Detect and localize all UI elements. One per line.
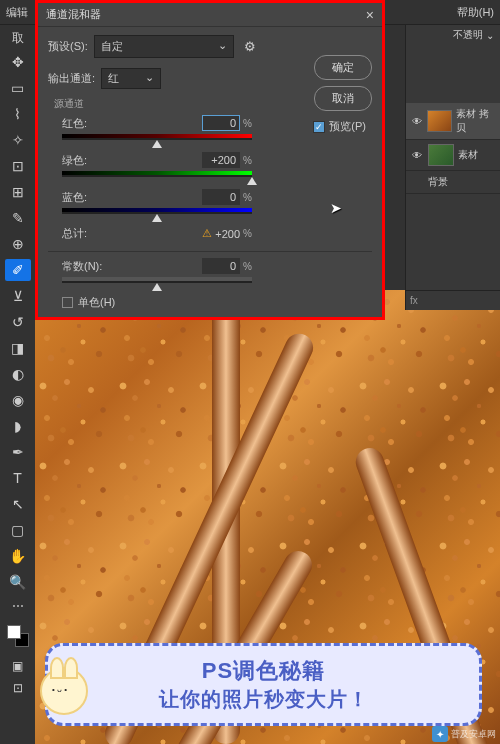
total-value: +200	[215, 228, 240, 240]
slider-thumb[interactable]	[152, 140, 162, 148]
gear-icon[interactable]: ⚙	[244, 39, 256, 54]
gradient-tool-icon[interactable]: ◐	[5, 363, 31, 385]
constant-input[interactable]	[202, 258, 240, 274]
blur-tool-icon[interactable]: ◉	[5, 389, 31, 411]
red-slider[interactable]	[62, 134, 252, 140]
output-channel-label: 输出通道:	[48, 71, 95, 86]
blue-label: 蓝色:	[62, 190, 87, 205]
preview-label: 预览(P)	[329, 119, 366, 134]
green-slider-group: 绿色: %	[62, 152, 252, 177]
layers-panel: 不透明 ⌄ 👁 素材 拷贝 👁 素材 背景 fx	[405, 25, 500, 310]
preset-value: 自定	[101, 40, 123, 52]
cursor-icon: ➤	[330, 200, 342, 216]
dialog-titlebar[interactable]: 通道混和器 ×	[38, 3, 382, 27]
red-label: 红色:	[62, 116, 87, 131]
zoom-tool-icon[interactable]: 🔍	[5, 571, 31, 593]
layer-name: 素材	[458, 148, 478, 162]
shape-tool-icon[interactable]: ▢	[5, 519, 31, 541]
color-swatches[interactable]	[7, 625, 29, 647]
slider-thumb[interactable]	[247, 177, 257, 185]
type-tool-icon[interactable]: T	[5, 467, 31, 489]
caption-banner: • ᴗ • PS调色秘籍 让你的照片秒变大片！	[45, 643, 482, 726]
dialog-title-text: 通道混和器	[46, 7, 101, 22]
eraser-tool-icon[interactable]: ◨	[5, 337, 31, 359]
check-icon: ✓	[313, 121, 325, 133]
options-cancel[interactable]: 取	[5, 29, 31, 47]
watermark-text: 普及安卓网	[451, 728, 496, 741]
output-value: 红	[108, 72, 119, 84]
healing-tool-icon[interactable]: ⊕	[5, 233, 31, 255]
marquee-tool-icon[interactable]: ▭	[5, 77, 31, 99]
percent-label: %	[243, 155, 252, 166]
blue-slider[interactable]	[62, 208, 252, 214]
quickmask-icon[interactable]: ⊡	[5, 679, 31, 697]
visibility-icon[interactable]: 👁	[410, 150, 424, 161]
lasso-tool-icon[interactable]: ⌇	[5, 103, 31, 125]
constant-label: 常数(N):	[62, 259, 102, 274]
hand-tool-icon[interactable]: ✋	[5, 545, 31, 567]
percent-label: %	[243, 228, 252, 239]
blue-input[interactable]	[202, 189, 240, 205]
crop-tool-icon[interactable]: ⊡	[5, 155, 31, 177]
layer-name: 背景	[428, 175, 448, 189]
layer-name: 素材 拷贝	[456, 107, 496, 135]
output-channel-select[interactable]: 红 ⌄	[101, 68, 161, 89]
frame-tool-icon[interactable]: ⊞	[5, 181, 31, 203]
visibility-icon[interactable]: 👁	[410, 116, 423, 127]
move-tool-icon[interactable]: ✥	[5, 51, 31, 73]
red-input[interactable]	[202, 115, 240, 131]
red-slider-group: 红色: %	[62, 115, 252, 140]
bunny-icon: • ᴗ •	[40, 667, 88, 715]
fx-label[interactable]: fx	[410, 295, 418, 306]
dodge-tool-icon[interactable]: ◗	[5, 415, 31, 437]
history-brush-icon[interactable]: ↺	[5, 311, 31, 333]
channel-mixer-dialog: 通道混和器 × 预设(S): 自定 ⌄ ⚙ 确定 取消 ✓ 预览(P) 输出通道…	[35, 0, 385, 320]
chevron-down-icon: ⌄	[218, 39, 227, 52]
layer-item[interactable]: 👁 素材 拷贝	[406, 103, 500, 140]
green-input[interactable]	[202, 152, 240, 168]
slider-thumb[interactable]	[152, 283, 162, 291]
close-icon[interactable]: ×	[366, 7, 374, 23]
watermark: ✦ 普及安卓网	[432, 726, 496, 742]
tools-panel: 取 ✥ ▭ ⌇ ✧ ⊡ ⊞ ✎ ⊕ ✐ ⊻ ↺ ◨ ◐ ◉ ◗ ✒ T ↖ ▢ …	[0, 25, 35, 744]
total-row: 总计: ⚠ +200 %	[62, 226, 252, 241]
layer-thumbnail[interactable]	[428, 144, 454, 166]
slider-thumb[interactable]	[152, 214, 162, 222]
ok-button[interactable]: 确定	[314, 55, 372, 80]
menu-help[interactable]: 帮助(H)	[457, 5, 494, 20]
path-tool-icon[interactable]: ↖	[5, 493, 31, 515]
cancel-button[interactable]: 取消	[314, 86, 372, 111]
monochrome-checkbox[interactable]: 单色(H)	[62, 295, 372, 310]
pen-tool-icon[interactable]: ✒	[5, 441, 31, 463]
stamp-tool-icon[interactable]: ⊻	[5, 285, 31, 307]
watermark-logo-icon: ✦	[432, 726, 448, 742]
layer-thumbnail[interactable]	[427, 110, 452, 132]
warning-icon: ⚠	[202, 227, 212, 240]
menu-edit[interactable]: 编辑	[6, 5, 28, 20]
eyedropper-tool-icon[interactable]: ✎	[5, 207, 31, 229]
constant-slider-group: 常数(N): %	[62, 258, 252, 283]
blue-slider-group: 蓝色: %	[62, 189, 252, 214]
chevron-down-icon[interactable]: ⌄	[486, 30, 494, 41]
mono-label: 单色(H)	[78, 295, 115, 310]
green-label: 绿色:	[62, 153, 87, 168]
banner-title: PS调色秘籍	[62, 656, 465, 686]
brush-tool-icon[interactable]: ✐	[5, 259, 31, 281]
divider	[48, 251, 372, 252]
screen-mode-icon[interactable]: ▣	[5, 657, 31, 675]
layer-item[interactable]: 背景	[406, 171, 500, 194]
percent-label: %	[243, 118, 252, 129]
preset-label: 预设(S):	[48, 39, 88, 54]
fg-color-swatch[interactable]	[7, 625, 21, 639]
total-label: 总计:	[62, 226, 87, 241]
preset-select[interactable]: 自定 ⌄	[94, 35, 234, 58]
layer-item[interactable]: 👁 素材	[406, 140, 500, 171]
tool-dots-icon[interactable]: ⋯	[5, 597, 31, 615]
wand-tool-icon[interactable]: ✧	[5, 129, 31, 151]
preview-checkbox[interactable]: ✓ 预览(P)	[313, 119, 366, 134]
constant-slider[interactable]	[62, 277, 252, 283]
percent-label: %	[243, 192, 252, 203]
green-slider[interactable]	[62, 171, 252, 177]
layers-panel-footer: fx	[406, 290, 500, 310]
opacity-label: 不透明	[453, 28, 483, 42]
